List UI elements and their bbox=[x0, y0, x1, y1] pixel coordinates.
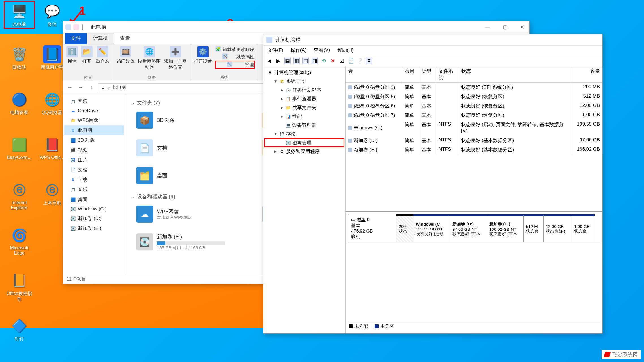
expand-icon[interactable]: ▸ bbox=[280, 96, 284, 102]
disk-map[interactable]: ▭ 磁盘 0 基本 476.92 GB 联机 200状态Windows (C19… bbox=[348, 214, 600, 242]
desktop-icon-newuser[interactable]: 📘 新机用户手 bbox=[38, 45, 66, 70]
tree-diskmgmt[interactable]: 💽磁盘管理 bbox=[265, 138, 344, 147]
forward-button[interactable]: → bbox=[77, 84, 85, 92]
tree-storage[interactable]: ▾💾存储 bbox=[265, 130, 344, 138]
tree-root[interactable]: 🖥计算机管理(本地) bbox=[265, 68, 344, 77]
table-row[interactable]: (磁盘 0 磁盘分区 5) 简单 基本 状态良好 (恢复分区) 512 MB bbox=[346, 92, 602, 101]
qat-icon[interactable] bbox=[73, 24, 79, 30]
panel-btn2[interactable]: ◨ bbox=[312, 58, 318, 64]
desktop-icon-pcmgr[interactable]: 🔵 电脑管家 bbox=[5, 90, 33, 116]
tile-desktop[interactable]: 🗂️桌面 bbox=[136, 165, 252, 186]
nav-videos[interactable]: 🎬视频 bbox=[64, 145, 124, 155]
forward-icon[interactable]: ▶ bbox=[275, 58, 282, 64]
new-icon[interactable]: 📄 bbox=[348, 58, 354, 64]
desktop-icon-nav[interactable]: ⓔ 上网导航 bbox=[38, 181, 66, 206]
ribbon-map-drive[interactable]: 🌐映射网络驱动器 bbox=[138, 46, 161, 70]
nav-3dobjects[interactable]: 🟦3D 对象 bbox=[64, 135, 124, 145]
nav-wpsdisk[interactable]: 📁WPS网盘 bbox=[64, 115, 124, 125]
nav-downloads[interactable]: ⬇下载 bbox=[64, 175, 124, 185]
nav-drive-c[interactable]: 💽Windows (C:) bbox=[64, 204, 124, 214]
nav-drive-d[interactable]: 💽新加卷 (D:) bbox=[64, 214, 124, 223]
desktop-icon-office[interactable]: 📙 Office教程指导 bbox=[5, 272, 33, 303]
menu-view[interactable]: 查看(V) bbox=[314, 47, 330, 53]
ribbon-settings[interactable]: ⚙️打开设置 bbox=[194, 46, 212, 64]
nav-documents[interactable]: 📄文档 bbox=[64, 165, 124, 175]
maximize-button[interactable]: ▢ bbox=[500, 23, 510, 31]
delete-icon[interactable]: ✕ bbox=[330, 58, 336, 64]
nav-pane[interactable]: 🎵音乐 ☁OneDrive 📁WPS网盘 🖥此电脑 🟦3D 对象 🎬视频 🖼图片… bbox=[63, 94, 125, 275]
ribbon-rename[interactable]: ✏️重命名 bbox=[96, 46, 110, 64]
table-row[interactable]: Windows (C:) 简单 基本 NTFS 状态良好 (启动, 页面文件, … bbox=[346, 120, 602, 136]
panel-btn[interactable]: ◫ bbox=[302, 58, 309, 64]
tile-documents[interactable]: 📄文档 bbox=[136, 138, 252, 158]
expand-icon[interactable]: ▸ bbox=[274, 148, 278, 154]
ribbon-uninstall[interactable]: 🧩卸载或更改程序 bbox=[215, 46, 254, 53]
tree-services[interactable]: ▸⚙服务和应用程序 bbox=[265, 147, 344, 156]
partition[interactable]: Windows (C199.55 GB NT状态良好 (启动 bbox=[413, 214, 450, 242]
tree-perf[interactable]: ▸📊性能 bbox=[265, 112, 344, 121]
collapse-icon[interactable]: ▾ bbox=[274, 78, 278, 84]
table-header[interactable]: 卷 布局 类型 文件系统 状态 容量 bbox=[346, 66, 602, 83]
collapse-icon[interactable]: ▾ bbox=[274, 131, 278, 137]
table-row[interactable]: 新加卷 (D:) 简单 基本 NTFS 状态良好 (基本数据分区) 97.66 … bbox=[346, 136, 602, 145]
nav-music2[interactable]: 🎵音乐 bbox=[64, 185, 124, 195]
nav-desktop[interactable]: 🟦桌面 bbox=[64, 195, 124, 204]
tile-drive-e[interactable]: 💽 新加卷 (E:)165 GB 可用，共 166 GB bbox=[136, 232, 252, 252]
disk-header[interactable]: ▭ 磁盘 0 基本 476.92 GB 联机 bbox=[348, 214, 396, 242]
disk-map-pane[interactable]: ▭ 磁盘 0 基本 476.92 GB 联机 200状态Windows (C19… bbox=[346, 211, 602, 333]
table-row[interactable]: (磁盘 0 磁盘分区 6) 简单 基本 状态良好 (恢复分区) 12.00 GB bbox=[346, 101, 602, 111]
ribbon-properties[interactable]: ℹ️属性 bbox=[66, 46, 78, 64]
col-fs[interactable]: 文件系统 bbox=[436, 66, 459, 82]
menu-file[interactable]: 文件(F) bbox=[267, 47, 283, 53]
partition[interactable]: 12.00 GB状态良好 ( bbox=[544, 214, 572, 242]
back-button[interactable]: ← bbox=[66, 84, 74, 92]
tree-eventvwr[interactable]: ▸📋事件查看器 bbox=[265, 94, 344, 103]
ribbon-media[interactable]: 🎞️访问媒体 bbox=[117, 46, 135, 64]
ribbon-manage[interactable]: 🔧管理 bbox=[215, 61, 254, 69]
refresh-icon[interactable]: ⟲ bbox=[321, 58, 327, 64]
nav-thispc[interactable]: 🖥此电脑 bbox=[64, 125, 124, 135]
desktop-icon-wechat[interactable]: 💬 微信 bbox=[38, 2, 66, 27]
desktop-icon-edge[interactable]: 🌀 Microsoft Edge bbox=[5, 226, 33, 256]
desktop-icon-this-pc[interactable]: 🖥️ 此电脑 bbox=[5, 2, 33, 27]
table-row[interactable]: (磁盘 0 磁盘分区 7) 简单 基本 状态良好 (恢复分区) 1.00 GB bbox=[346, 111, 602, 120]
mgmt-titlebar[interactable]: 计算机管理 bbox=[263, 34, 602, 46]
tree-devmgr[interactable]: 💻设备管理器 bbox=[265, 121, 344, 130]
view-btn[interactable]: ▦ bbox=[284, 58, 291, 64]
nav-drive-e[interactable]: 💽新加卷 (E:) bbox=[64, 223, 124, 233]
tab-view[interactable]: 查看 bbox=[114, 32, 136, 44]
col-type[interactable]: 类型 bbox=[419, 66, 436, 82]
tab-file[interactable]: 文件 bbox=[65, 32, 87, 44]
expand-icon[interactable]: ▸ bbox=[280, 105, 284, 111]
partition[interactable]: 200状态 bbox=[396, 214, 413, 242]
table-row[interactable]: 新加卷 (E:) 简单 基本 NTFS 状态良好 (基本数据分区) 166.02… bbox=[346, 145, 602, 154]
menu-action[interactable]: 操作(A) bbox=[291, 47, 307, 53]
list-icon[interactable]: ≡ bbox=[366, 58, 372, 64]
partition[interactable]: 新加卷 (D:)97.66 GB NT状态良好 (基本 bbox=[450, 214, 487, 242]
col-volume[interactable]: 卷 bbox=[346, 66, 402, 82]
partition[interactable]: 1.00 GB状态良 bbox=[572, 214, 595, 242]
tree-shared[interactable]: ▸📁共享文件夹 bbox=[265, 103, 344, 112]
nav-music[interactable]: 🎵音乐 bbox=[64, 96, 124, 106]
up-button[interactable]: ↑ bbox=[87, 84, 95, 92]
col-cap[interactable]: 容量 bbox=[571, 66, 602, 82]
ribbon-sysprops[interactable]: 🛠️系统属性 bbox=[215, 53, 254, 60]
tree-tasksched[interactable]: ▸🕒任务计划程序 bbox=[265, 86, 344, 94]
nav-pictures[interactable]: 🖼图片 bbox=[64, 155, 124, 165]
col-layout[interactable]: 布局 bbox=[402, 66, 419, 82]
table-row[interactable]: (磁盘 0 磁盘分区 1) 简单 基本 状态良好 (EFI 系统分区) 200 … bbox=[346, 83, 602, 92]
volume-table[interactable]: 卷 布局 类型 文件系统 状态 容量 (磁盘 0 磁盘分区 1) 简单 基本 状… bbox=[346, 66, 602, 154]
help-icon[interactable]: ❔ bbox=[357, 58, 363, 64]
expand-icon[interactable]: ▸ bbox=[280, 87, 284, 93]
desktop-icon-qqbrowser[interactable]: 🌐 QQ浏览器 bbox=[38, 90, 66, 116]
view-btn2[interactable]: ▥ bbox=[293, 58, 300, 64]
tile-3dobjects[interactable]: 📦3D 对象 bbox=[136, 110, 252, 130]
desktop-icon-dingtalk[interactable]: 🔷 钉钉 bbox=[5, 317, 33, 342]
expand-icon[interactable]: ▸ bbox=[280, 113, 284, 119]
tree-systools[interactable]: ▾🛠系统工具 bbox=[265, 77, 344, 86]
desktop-icon-easyconn[interactable]: 🟩 EasyConn... bbox=[5, 136, 33, 160]
titlebar[interactable]: │ 此电脑 — ▢ ✕ bbox=[63, 21, 529, 33]
back-icon[interactable]: ◀ bbox=[266, 58, 272, 64]
partition[interactable]: 新加卷 (E:)166.02 GB NT状态良好 (基本 bbox=[487, 214, 524, 242]
ribbon-add-netloc[interactable]: ➕添加一个网络位置 bbox=[164, 46, 187, 70]
